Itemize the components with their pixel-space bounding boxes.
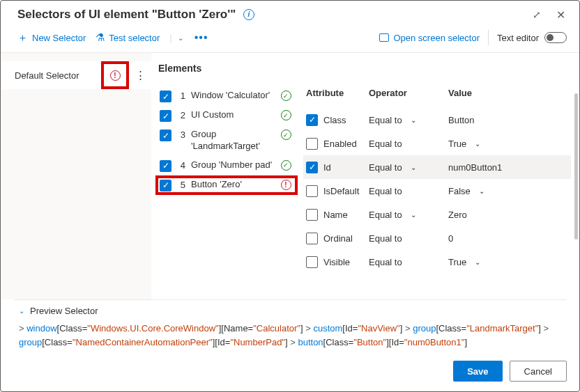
error-icon: ! xyxy=(110,70,121,81)
elements-pane: Elements 1Window 'Calculator'✓2UI Custom… xyxy=(151,53,298,299)
separator xyxy=(488,30,489,45)
ok-icon: ✓ xyxy=(281,91,291,101)
window-controls: ⤢ ✕ xyxy=(533,8,565,22)
open-screen-selector-button[interactable]: Open screen selector xyxy=(379,33,480,43)
element-row[interactable]: 2UI Custom✓ xyxy=(155,106,298,125)
element-checkbox[interactable] xyxy=(160,130,171,141)
element-row[interactable]: 3Group 'LandmarkTarget'✓ xyxy=(155,125,298,156)
attr-value: Zero xyxy=(448,210,467,220)
save-button[interactable]: Save xyxy=(453,361,502,382)
attr-checkbox[interactable] xyxy=(306,162,318,173)
chevron-down-icon[interactable]: ⌄ xyxy=(475,258,480,266)
col-attribute: Attribute xyxy=(306,88,369,98)
element-row[interactable]: 5Button 'Zero'! xyxy=(155,175,298,195)
text-editor-toggle[interactable]: Text editor xyxy=(497,32,567,43)
chevron-down-icon[interactable]: ⌄ xyxy=(411,164,416,171)
element-status: ! xyxy=(280,180,292,190)
attr-checkbox[interactable] xyxy=(306,209,318,221)
chevron-down-icon[interactable]: ⌄ xyxy=(411,116,416,124)
element-checkbox[interactable] xyxy=(160,180,171,191)
preview-toggle[interactable]: ⌄ Preview Selector xyxy=(19,306,567,316)
element-checkbox[interactable] xyxy=(160,160,171,172)
preview-label: Preview Selector xyxy=(30,306,98,316)
col-operator: Operator xyxy=(369,88,448,98)
cancel-button[interactable]: Cancel xyxy=(510,361,567,382)
selector-error-highlight: ! xyxy=(101,61,129,89)
attr-operator: Equal to xyxy=(369,139,402,149)
attr-name: Name xyxy=(323,210,348,220)
element-label: Group 'LandmarkTarget' xyxy=(191,129,274,152)
selector-row[interactable]: Default Selector ! ⋮ xyxy=(1,61,151,89)
flask-icon: ⚗ xyxy=(96,31,105,44)
attr-checkbox[interactable] xyxy=(306,233,318,244)
attribute-row[interactable]: IsDefaultEqual toFalse⌄ xyxy=(306,179,571,203)
attr-value: True xyxy=(448,257,466,267)
attr-checkbox[interactable] xyxy=(306,256,318,268)
element-label: Group 'Number pad' xyxy=(191,159,274,171)
footer: Save Cancel xyxy=(1,352,579,391)
content-area: Default Selector ! ⋮ Elements 1Window 'C… xyxy=(1,53,579,299)
preview-section: ⌄ Preview Selector > window[Class="Windo… xyxy=(1,300,579,352)
element-label: Window 'Calculator' xyxy=(191,90,274,102)
attribute-row[interactable]: EnabledEqual toTrue⌄ xyxy=(306,132,571,155)
attr-name: Visible xyxy=(323,257,350,267)
attr-value: num0Button1 xyxy=(448,162,502,173)
attr-value: 0 xyxy=(448,233,453,244)
ok-icon: ✓ xyxy=(281,110,291,120)
kebab-icon[interactable]: ⋮ xyxy=(133,69,147,81)
element-status: ✓ xyxy=(280,91,292,101)
test-selector-button[interactable]: ⚗ Test selector xyxy=(96,31,160,44)
attr-value: True xyxy=(448,139,466,149)
element-status: ✓ xyxy=(280,130,292,140)
close-icon[interactable]: ✕ xyxy=(556,8,565,22)
chevron-down-icon[interactable]: ⌄ xyxy=(475,140,480,148)
attributes-header: Attribute Operator Value xyxy=(306,88,571,98)
element-label: Button 'Zero' xyxy=(191,179,274,191)
attr-value: False xyxy=(448,186,471,196)
attribute-row[interactable]: VisibleEqual toTrue⌄ xyxy=(306,250,571,274)
attr-name: Ordinal xyxy=(323,233,353,244)
attr-name: Enabled xyxy=(323,139,357,149)
element-index: 4 xyxy=(177,160,185,171)
toolbar: ＋ New Selector ⚗ Test selector | ⌄ ••• O… xyxy=(1,26,579,53)
attr-checkbox[interactable] xyxy=(306,114,318,126)
attr-operator: Equal to xyxy=(369,115,402,125)
attribute-row[interactable]: OrdinalEqual to0 xyxy=(306,226,571,250)
element-row[interactable]: 4Group 'Number pad'✓ xyxy=(155,156,298,175)
scrollbar-thumb[interactable] xyxy=(574,93,578,240)
element-index: 1 xyxy=(177,91,185,101)
dialog-title: Selectors of UI element "Button 'Zero'" … xyxy=(17,8,533,22)
chevron-down-icon[interactable]: ⌄ xyxy=(479,187,484,195)
attr-operator: Equal to xyxy=(369,257,402,267)
col-value: Value xyxy=(448,88,571,98)
dialog-window: Selectors of UI element "Button 'Zero'" … xyxy=(0,0,580,392)
attribute-row[interactable]: NameEqual to⌄Zero xyxy=(306,203,571,226)
titlebar: Selectors of UI element "Button 'Zero'" … xyxy=(1,1,579,26)
plus-icon: ＋ xyxy=(17,31,28,45)
selector-label: Default Selector xyxy=(15,70,101,81)
test-selector-label: Test selector xyxy=(109,33,160,43)
info-icon[interactable]: i xyxy=(243,9,254,20)
element-status: ✓ xyxy=(280,160,292,171)
title-text: Selectors of UI element "Button 'Zero'" xyxy=(17,8,236,21)
more-actions-icon[interactable]: ••• xyxy=(194,31,208,44)
attr-operator: Equal to xyxy=(369,186,402,196)
attr-operator: Equal to xyxy=(369,233,402,244)
element-row[interactable]: 1Window 'Calculator'✓ xyxy=(155,86,298,106)
expand-icon[interactable]: ⤢ xyxy=(533,9,541,20)
attr-checkbox[interactable] xyxy=(306,138,318,150)
new-selector-button[interactable]: ＋ New Selector xyxy=(17,31,86,45)
toggle-icon xyxy=(544,32,567,43)
attribute-row[interactable]: ClassEqual to⌄Button xyxy=(306,108,571,132)
ok-icon: ✓ xyxy=(281,160,291,171)
test-selector-chevron-icon[interactable]: ⌄ xyxy=(178,34,183,42)
attribute-row[interactable]: IdEqual to⌄num0Button1 xyxy=(303,155,571,179)
element-index: 2 xyxy=(177,110,185,120)
element-checkbox[interactable] xyxy=(160,110,171,122)
element-checkbox[interactable] xyxy=(160,91,171,102)
attr-checkbox[interactable] xyxy=(306,185,318,197)
attr-value: Button xyxy=(448,115,475,125)
chevron-down-icon[interactable]: ⌄ xyxy=(411,211,416,219)
attr-name: IsDefault xyxy=(323,186,359,196)
selector-path: > window[Class="Windows.UI.Core.CoreWind… xyxy=(19,322,567,350)
